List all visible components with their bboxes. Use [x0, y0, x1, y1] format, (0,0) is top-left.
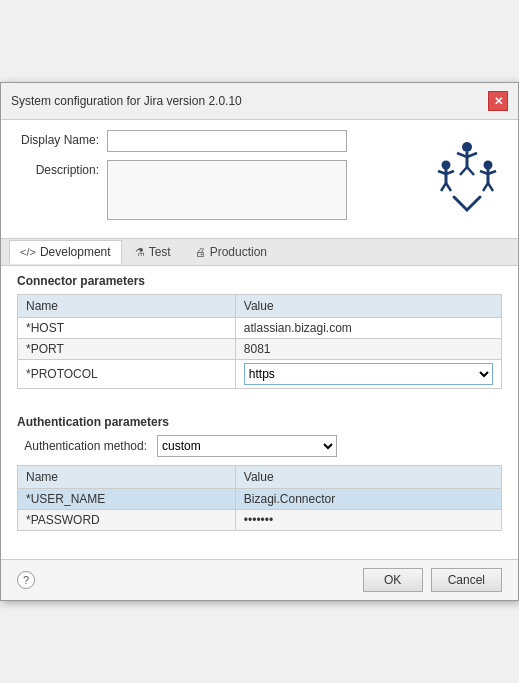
- username-value-cell: [235, 489, 501, 510]
- logo-container: [432, 135, 502, 218]
- auth-method-label: Authentication method:: [17, 439, 157, 453]
- tabs-bar: </> Development ⚗ Test 🖨 Production: [1, 238, 518, 266]
- dialog-title: System configuration for Jira version 2.…: [11, 94, 242, 108]
- ok-button[interactable]: OK: [363, 568, 423, 592]
- host-name-cell: *HOST: [18, 318, 236, 339]
- password-name-cell: *PASSWORD: [18, 510, 236, 531]
- display-name-input[interactable]: [107, 130, 347, 152]
- connector-params-table: Name Value *HOST *PORT: [17, 294, 502, 389]
- connector-col-name: Name: [18, 295, 236, 318]
- auth-col-value: Value: [235, 466, 501, 489]
- protocol-select[interactable]: https http: [244, 363, 493, 385]
- auth-params-table: Name Value *USER_NAME *PASSWORD: [17, 465, 502, 531]
- port-value-cell: [235, 339, 501, 360]
- test-icon: ⚗: [135, 246, 145, 259]
- svg-point-6: [442, 161, 451, 170]
- top-form-fields: Display Name: Description:: [17, 130, 412, 228]
- description-label: Description:: [17, 160, 107, 177]
- table-row: *USER_NAME: [18, 489, 502, 510]
- tab-development[interactable]: </> Development: [9, 240, 122, 264]
- connector-col-value: Value: [235, 295, 501, 318]
- cancel-button[interactable]: Cancel: [431, 568, 502, 592]
- svg-point-0: [462, 142, 472, 152]
- help-button[interactable]: ?: [17, 571, 35, 589]
- auth-parameters-section: Authentication parameters Authentication…: [1, 407, 518, 539]
- protocol-name-cell: *PROTOCOL: [18, 360, 236, 389]
- svg-point-12: [484, 161, 493, 170]
- connector-parameters-section: Connector parameters Name Value *HOST *P…: [1, 266, 518, 397]
- top-form-area: Display Name: Description:: [1, 120, 518, 238]
- host-value-input[interactable]: [244, 321, 493, 335]
- svg-line-16: [483, 183, 488, 191]
- auth-section-title: Authentication parameters: [17, 415, 502, 429]
- auth-method-select[interactable]: custom basic oauth: [157, 435, 337, 457]
- dialog-footer: ? OK Cancel: [1, 559, 518, 600]
- table-row: *PASSWORD: [18, 510, 502, 531]
- close-button[interactable]: ✕: [488, 91, 508, 111]
- password-value-input[interactable]: [244, 513, 493, 527]
- username-value-input[interactable]: [244, 492, 493, 506]
- svg-line-17: [488, 183, 493, 191]
- footer-buttons: OK Cancel: [363, 568, 502, 592]
- svg-line-5: [467, 167, 474, 175]
- display-name-row: Display Name:: [17, 130, 412, 152]
- tab-development-label: Development: [40, 245, 111, 259]
- username-name-cell: *USER_NAME: [18, 489, 236, 510]
- title-bar: System configuration for Jira version 2.…: [1, 83, 518, 120]
- table-row: *PORT: [18, 339, 502, 360]
- tab-test[interactable]: ⚗ Test: [124, 240, 182, 264]
- tab-production-label: Production: [210, 245, 267, 259]
- table-row: *PROTOCOL https http: [18, 360, 502, 389]
- description-input[interactable]: [107, 160, 347, 220]
- auth-method-row: Authentication method: custom basic oaut…: [17, 435, 502, 457]
- port-name-cell: *PORT: [18, 339, 236, 360]
- tab-production[interactable]: 🖨 Production: [184, 240, 278, 264]
- protocol-value-cell: https http: [235, 360, 501, 389]
- connector-section-title: Connector parameters: [17, 274, 502, 288]
- host-value-cell: [235, 318, 501, 339]
- system-config-dialog: System configuration for Jira version 2.…: [0, 82, 519, 601]
- svg-line-11: [446, 183, 451, 191]
- bizagi-logo: [432, 135, 502, 215]
- password-value-cell: [235, 510, 501, 531]
- svg-line-10: [441, 183, 446, 191]
- production-icon: 🖨: [195, 246, 206, 258]
- display-name-label: Display Name:: [17, 130, 107, 147]
- development-icon: </>: [20, 246, 36, 258]
- auth-col-name: Name: [18, 466, 236, 489]
- svg-line-4: [460, 167, 467, 175]
- port-value-input[interactable]: [244, 342, 493, 356]
- tab-test-label: Test: [149, 245, 171, 259]
- description-row: Description:: [17, 160, 412, 220]
- help-label: ?: [23, 574, 29, 586]
- table-row: *HOST: [18, 318, 502, 339]
